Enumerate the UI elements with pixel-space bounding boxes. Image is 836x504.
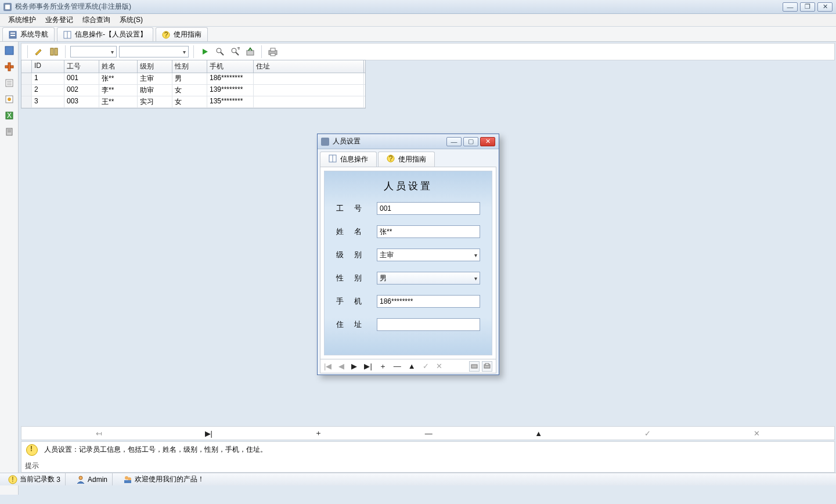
welcome-icon [123,475,132,484]
side-btn-2[interactable] [4,62,15,72]
input-gh[interactable] [377,202,480,215]
col-sj[interactable]: 手机 [207,60,254,73]
tab-system-nav[interactable]: 系统导航 [2,27,55,41]
dialog-nav: |◀ ◀ ▶ ▶| ＋ — ▲ ✓ ✕ [320,359,496,373]
svg-rect-1 [10,33,15,34]
close-button[interactable]: ✕ [817,2,833,12]
status-bar: ! 当前记录数 3 Admin 欢迎使用我们的产品！ [0,473,836,485]
minimize-button[interactable]: — [783,2,798,12]
side-btn-6[interactable] [4,127,15,137]
select-xb[interactable]: 男 [377,272,480,285]
dialog-tab-info[interactable]: 信息操作 [320,152,377,167]
app-icon [3,3,12,11]
dlg-nav-cancel[interactable]: ✕ [436,362,442,370]
menu-system-maint[interactable]: 系统维护 [3,14,41,26]
svg-rect-18 [271,53,275,56]
help-icon: ? [162,31,170,39]
svg-rect-43 [471,365,477,368]
nav-first[interactable]: ↤ [96,429,102,438]
input-dz[interactable] [377,318,480,331]
records-icon: ! [8,475,17,484]
dlg-nav-confirm[interactable]: ✓ [423,362,429,370]
grid-row[interactable]: 2002李**助审女139******** [21,85,365,96]
dialog-title: 人员设置 [333,136,361,146]
side-btn-3[interactable] [4,78,15,88]
label-jb: 级别 [336,250,377,260]
status-welcome: 欢迎使用我们的产品！ [118,473,209,485]
input-xm[interactable] [377,225,480,238]
staff-dialog: 人员设置 — ▢ ✕ 信息操作 ? 使用指南 人员设置 工号 姓名 [317,134,499,375]
dialog-maximize-button[interactable]: ▢ [463,137,478,146]
tip-text: 人员设置：记录员工信息，包括工号，姓名，级别，性别，手机，住址。 [44,445,267,453]
dialog-tabs: 信息操作 ? 使用指南 [320,152,496,167]
dlg-nav-first[interactable]: |◀ [324,362,331,370]
side-toolbar: X [0,42,19,495]
nav-add[interactable]: ＋ [315,428,322,438]
tab-guide[interactable]: ? 使用指南 [156,27,208,41]
grid-row[interactable]: 3003王**实习女135******** [21,96,365,108]
print-button[interactable] [266,45,279,58]
dlg-print-preview[interactable] [469,361,480,372]
filter-value-combo[interactable] [119,46,189,57]
side-btn-5[interactable]: X [4,110,15,121]
window-title: 税务师事务所业务管理系统(非注册版) [15,2,131,12]
svg-text:+: + [237,47,240,52]
svg-rect-17 [271,48,275,51]
dialog-titlebar[interactable]: 人员设置 — ▢ ✕ [318,134,499,149]
dlg-nav-delete[interactable]: — [394,362,401,370]
search-button[interactable] [214,45,226,58]
edit-button[interactable] [33,45,45,58]
dlg-nav-add[interactable]: ＋ [379,361,387,372]
dlg-print[interactable] [482,361,492,372]
input-sj[interactable] [377,295,480,308]
nav-confirm[interactable]: ✓ [644,429,651,438]
svg-rect-38 [124,480,131,483]
nav-up[interactable]: ▲ [535,429,542,438]
dlg-nav-edit[interactable]: ▲ [408,362,416,370]
search-next-button[interactable]: + [229,45,242,58]
help-icon: ? [387,154,395,164]
nav-icon [9,31,17,39]
tab-info-op[interactable]: 信息操作-【人员设置】 [57,27,153,41]
svg-rect-7 [51,48,53,55]
main-toolbar: + [21,43,835,60]
side-btn-4[interactable] [4,94,15,105]
col-jb[interactable]: 级别 [138,60,172,73]
select-jb[interactable]: 主审 [377,249,480,261]
grid-row[interactable]: 1001张**主审男186******** [21,73,365,85]
layout-button[interactable] [48,45,60,58]
svg-point-10 [217,48,221,53]
svg-rect-8 [55,48,57,55]
label-gh: 工号 [336,203,377,214]
side-btn-1[interactable] [4,45,15,56]
dlg-nav-prev[interactable]: ◀ [338,362,344,370]
filter-field-combo[interactable] [70,46,117,57]
dialog-heading: 人员设置 [336,179,480,193]
user-icon [76,475,85,484]
svg-rect-19 [5,46,13,55]
menu-business-reg[interactable]: 业务登记 [41,14,78,26]
nav-next[interactable]: ▶| [205,429,212,438]
dlg-nav-next[interactable]: ▶ [351,362,357,370]
col-xb[interactable]: 性别 [172,60,207,73]
col-id[interactable]: ID [32,60,64,73]
run-button[interactable] [199,45,211,58]
col-dz[interactable]: 住址 [254,60,364,73]
staff-grid[interactable]: ID 工号 姓名 级别 性别 手机 住址 1001张**主审男186******… [21,60,366,109]
menu-query[interactable]: 综合查询 [78,14,115,26]
dialog-tab-guide[interactable]: ? 使用指南 [378,152,435,167]
nav-cancel[interactable]: ✕ [754,429,760,438]
svg-rect-2 [10,35,15,36]
restore-button[interactable]: ❐ [800,2,815,12]
menu-system[interactable]: 系统(S) [115,14,147,26]
dialog-close-button[interactable]: ✕ [480,137,495,146]
col-xm[interactable]: 姓名 [99,60,138,73]
export-button[interactable] [244,45,257,58]
svg-marker-9 [203,49,208,55]
svg-line-13 [236,52,239,55]
col-gh[interactable]: 工号 [64,60,99,73]
grid-header: ID 工号 姓名 级别 性别 手机 住址 [21,60,365,73]
dialog-minimize-button[interactable]: — [446,137,462,146]
nav-delete[interactable]: — [425,429,433,438]
dlg-nav-last[interactable]: ▶| [364,362,372,370]
